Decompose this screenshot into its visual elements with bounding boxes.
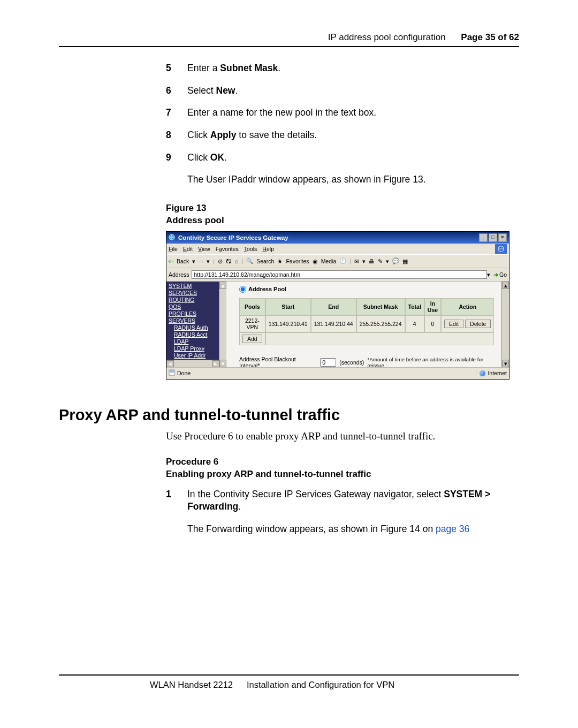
done-icon [169,369,175,377]
ie-icon [169,234,176,241]
cell-pool: 2212-VPN [239,315,265,332]
mail-icon[interactable]: ✉ [354,258,359,264]
window-title: Contivity Secure IP Services Gateway [178,234,288,241]
col-mask: Subnet Mask [356,298,405,315]
table-row: 2212-VPN 131.149.210.41 131.149.210.44 2… [239,315,494,332]
menu-file[interactable]: File [169,246,178,252]
cell-start: 131.149.210.41 [265,315,311,332]
sidebar-vscroll[interactable]: ▴ ▾ [219,282,226,367]
step-body: Enter a Subnet Mask. [187,62,519,75]
search-icon[interactable]: 🔍 [246,257,253,264]
step-number: 5 [166,62,187,75]
sidebar-item[interactable]: LDAP Proxy [169,345,222,352]
scroll-up-icon[interactable]: ▴ [219,282,226,289]
section-heading: Proxy ARP and tunnel-to-tunnel traffic [59,406,519,424]
sidebar-item[interactable]: SERVICES [169,290,222,297]
sidebar-item[interactable]: ROUTING [169,297,222,304]
stop-icon[interactable]: ⊘ [218,258,223,264]
scroll-right-icon[interactable]: ▸ [212,360,219,367]
back-button[interactable]: Back [177,258,189,264]
pool-table: Pools Start End Subnet Mask Total In Use… [239,298,494,345]
close-button[interactable]: × [498,233,507,242]
sidebar-item[interactable]: PROFILES [169,310,222,317]
scroll-down-icon[interactable]: ▾ [219,360,226,367]
related-icon[interactable]: ▦ [402,258,408,264]
cell-total: 4 [405,315,424,332]
header-page-number: Page 35 of 62 [461,32,519,42]
col-inuse: In Use [424,298,441,315]
section-intro: Use Procedure 6 to enable proxy ARP and … [166,430,519,442]
step-number: 6 [166,85,187,97]
scroll-up-icon[interactable]: ▴ [502,282,509,289]
step-aftertext: The User IPaddr window appears, as shown… [187,173,519,186]
col-action: Action [441,298,494,315]
delete-button[interactable]: Delete [465,320,491,328]
back-icon[interactable]: ⇦ [169,258,173,264]
forward-button[interactable]: ⇨ [199,258,203,264]
col-start: Start [265,298,311,315]
blackout-units: (seconds) [339,359,364,366]
screenshot-address-pool: Contivity Secure IP Services Gateway _ □… [166,231,509,380]
media-button[interactable]: Media [321,258,337,264]
address-input[interactable] [192,270,487,279]
address-pool-label: Address Pool [248,286,286,292]
browser-toolbar: ⇦ Back ▾ ⇨ ▾ | ⊘ 🗘 ⌂ | 🔍Search ★Favorite… [166,254,509,268]
menu-edit[interactable]: Edit [183,246,193,252]
blackout-input[interactable] [320,358,336,367]
step-body: Click Apply to save the details. [187,129,519,142]
maximize-button[interactable]: □ [489,233,497,242]
scroll-down-icon[interactable]: ▾ [502,360,509,367]
step-body: In the Contivity Secure IP Services Gate… [187,488,519,513]
menu-tools[interactable]: Tools [244,246,257,252]
step-number: 8 [166,129,187,142]
blackout-label: Address Pool Blackout Interval* [239,356,317,367]
procedure-steps: 5 Enter a Subnet Mask. 6 Select New. 7 E… [166,62,519,186]
sidebar-item[interactable]: SERVERS [169,317,222,324]
page-footer: WLAN Handset 2212 Installation and Confi… [59,674,519,690]
sidebar-item[interactable]: SYSTEM [169,283,222,290]
internet-icon [480,370,485,376]
sidebar-item[interactable]: User IP Addr [169,352,222,359]
add-button[interactable]: Add [242,335,262,343]
status-text: Done [177,370,191,376]
cell-inuse: 0 [424,315,441,332]
sidebar-item[interactable]: LDAP [169,338,222,345]
minimize-button[interactable]: _ [479,233,488,242]
go-button[interactable]: ➜Go [493,271,507,278]
scroll-left-icon[interactable]: ◂ [166,360,174,367]
status-bar: Done Internet [166,367,509,379]
search-button[interactable]: Search [256,258,274,264]
menu-help[interactable]: Help [262,246,274,252]
refresh-icon[interactable]: 🗘 [226,258,232,264]
sidebar-item[interactable]: QOS [169,304,222,310]
page-header: IP address pool configuration Page 35 of… [59,32,519,47]
footer-right: Installation and Configuration for VPN [247,680,394,690]
favorites-icon[interactable]: ★ [277,258,283,264]
edit-button[interactable]: Edit [444,320,463,328]
favorites-button[interactable]: Favorites [286,258,309,264]
cell-mask: 255.255.255.224 [356,315,405,332]
sidebar-hscroll[interactable]: ◂ ▸ [166,360,219,367]
step-body: Enter a name for the new pool in the tex… [187,107,519,119]
discuss-icon[interactable]: 💬 [392,257,399,264]
header-section: IP address pool configuration [328,32,446,42]
home-icon[interactable]: ⌂ [235,258,238,264]
step-number: 9 [166,151,187,164]
edit-icon[interactable]: ✎ [378,258,383,264]
step-body: Select New. [187,85,519,97]
menu-bar: File Edit View Favorites Tools Help [166,244,509,254]
sidebar-item[interactable]: RADIUS Acct [169,331,222,338]
blackout-hint: *Amount of time before an address is ava… [367,357,501,367]
address-pool-radio[interactable] [239,286,246,293]
col-total: Total [405,298,424,315]
page-link[interactable]: page 36 [436,524,469,534]
history-icon[interactable]: 🕘 [339,257,346,264]
media-icon[interactable]: ◉ [313,258,318,264]
menu-view[interactable]: View [198,246,210,252]
ie-logo-icon [495,244,507,254]
sidebar-item[interactable]: RADIUS Auth [169,324,222,331]
menu-favorites[interactable]: Favorites [216,246,239,252]
col-end: End [311,298,356,315]
content-vscroll[interactable]: ▴ ▾ [501,282,509,367]
print-icon[interactable]: 🖶 [369,258,375,264]
